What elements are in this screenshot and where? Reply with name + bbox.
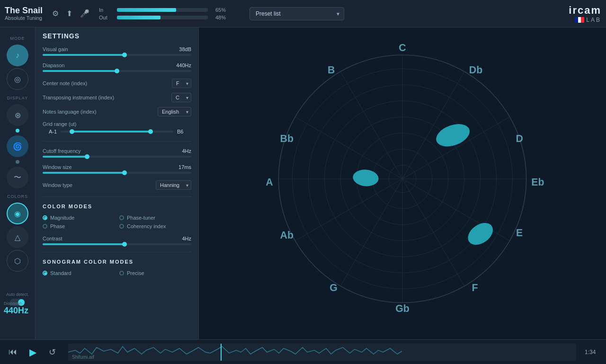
mic-icon-btn[interactable]: 🎤	[80, 9, 89, 18]
contrast-thumb	[122, 242, 127, 247]
export-icon-btn[interactable]: ⬆	[66, 9, 72, 18]
display-wave-btn[interactable]: 〜	[7, 167, 28, 188]
bottom-bar: ⏮ ▶ ↺ // Will be rendered as static SVG …	[0, 339, 606, 364]
radio-standard-label: Standard	[50, 270, 71, 276]
divider-2	[43, 196, 191, 197]
svg-text:F: F	[472, 282, 478, 293]
svg-text:Db: Db	[469, 64, 482, 76]
mode-section-label: MODE	[10, 36, 25, 41]
sonogram-heading: SONOGRAM COLOR MODES	[43, 259, 191, 265]
mode-snail-btn[interactable]: ◎	[7, 68, 28, 90]
window-size-slider[interactable]	[43, 172, 191, 174]
loop-btn[interactable]: ↺	[45, 345, 60, 359]
window-size-label: Window size	[43, 164, 72, 170]
lab-flag	[575, 17, 584, 23]
contrast-slider[interactable]	[43, 243, 191, 245]
app-title-sub: Absolute Tuning	[5, 15, 43, 21]
divider-1	[43, 141, 191, 142]
in-level-fill	[117, 8, 176, 12]
visual-gain-slider[interactable]	[43, 54, 191, 56]
radio-precise-dot	[119, 271, 124, 275]
grid-range-fill	[72, 131, 151, 133]
svg-text:G: G	[330, 282, 338, 293]
contrast-fill	[43, 243, 125, 245]
transposing-select-wrapper[interactable]: C	[171, 93, 191, 102]
ircam-logo: ircam LAB	[569, 4, 601, 23]
diapason-value: 440Hz	[176, 62, 191, 68]
in-level-bg	[117, 8, 208, 12]
waveform-svg: // Will be rendered as static SVG path	[68, 344, 576, 361]
grid-range-thumb-left	[70, 129, 74, 134]
main-area: MODE ♪ ◎ DISPLAY ⊛ 🌀 〜 COLORS ◉ △ ⬡ Auto…	[0, 27, 606, 339]
in-pct: 65%	[211, 7, 226, 13]
transposing-row: Transposing instrument (index) C	[43, 93, 191, 102]
radio-coherency-dot	[119, 224, 124, 229]
radio-standard-dot	[43, 271, 47, 275]
radio-magnitude[interactable]: Magnitude	[43, 215, 115, 221]
cutoff-slider[interactable]	[43, 156, 191, 158]
preset-area: Preset list	[250, 7, 344, 20]
radio-coherency[interactable]: Coherency index	[119, 223, 191, 229]
radio-standard[interactable]: Standard	[43, 270, 115, 276]
mode-music-btn[interactable]: ♪	[7, 44, 28, 66]
tune-icon-btn[interactable]: ⚙	[52, 9, 59, 18]
window-size-row: Window size 17ms	[43, 164, 191, 174]
radio-phase[interactable]: Phase	[43, 223, 115, 229]
radio-phase-tuner-dot	[119, 215, 124, 220]
center-note-select[interactable]: F	[172, 79, 191, 88]
ircam-text: ircam	[569, 4, 601, 17]
contrast-label: Contrast	[43, 236, 62, 241]
svg-text:E: E	[516, 227, 523, 239]
color-modes-heading: COLOR MODES	[43, 204, 191, 209]
in-level-row: 65%	[117, 7, 226, 13]
window-type-row: Window type Hanning	[43, 180, 191, 190]
visual-gain-row: Visual gain 38dB	[43, 46, 191, 56]
cutoff-label: Cutoff frequency	[43, 148, 81, 154]
main-viz: C B Db Bb D A Eb Ab E G F Gb	[199, 27, 606, 339]
window-size-value: 17ms	[178, 164, 191, 170]
diapason-display-value: 440Hz	[4, 306, 28, 316]
colors-section-label: COLORS	[7, 194, 28, 199]
settings-title: SETTINGS	[43, 32, 191, 40]
transposing-select[interactable]: C	[171, 93, 191, 102]
transposing-label: Transposing instrument (index)	[43, 95, 114, 100]
colors-alt-btn[interactable]: △	[7, 226, 28, 248]
center-note-select-wrapper[interactable]: F	[172, 79, 191, 88]
in-label: In	[99, 7, 110, 13]
radio-phase-tuner[interactable]: Phase-tuner	[119, 215, 191, 221]
display-dot-1	[16, 129, 19, 133]
grid-range-slider[interactable]	[61, 131, 173, 133]
window-type-label: Window type	[43, 182, 72, 188]
cutoff-row: Cutoff frequency 4Hz	[43, 148, 191, 158]
cutoff-value: 4Hz	[182, 148, 191, 154]
notes-lang-label: Notes language (index)	[43, 109, 97, 115]
display-spiral-btn[interactable]: 🌀	[7, 135, 28, 157]
preset-select[interactable]: Preset list	[250, 7, 344, 20]
waveform-area[interactable]: // Will be rendered as static SVG path S…	[68, 344, 576, 361]
color-modes-group: Magnitude Phase-tuner Phase Coherency in…	[43, 215, 191, 229]
preset-wrapper[interactable]: Preset list	[250, 7, 344, 20]
notes-lang-select-wrapper[interactable]: English	[158, 107, 191, 116]
window-type-select[interactable]: Hanning	[156, 180, 191, 190]
radio-precise[interactable]: Precise	[119, 270, 191, 276]
filename-label: Shifumi.aif	[72, 355, 94, 360]
time-label: 1:34	[585, 349, 601, 355]
center-note-label: Center note (index)	[43, 80, 87, 86]
rewind-btn[interactable]: ⏮	[5, 345, 21, 359]
colors-palette-btn[interactable]: ◉	[7, 203, 28, 224]
grid-range-slider-row: A-1 B6	[43, 129, 191, 134]
radio-precise-label: Precise	[127, 270, 144, 276]
divider-3	[43, 252, 191, 252]
radio-phase-label: Phase	[50, 223, 65, 229]
svg-text:A: A	[266, 177, 273, 188]
out-level-row: 48%	[117, 15, 226, 20]
notes-lang-select[interactable]: English	[158, 107, 191, 116]
snail-visualization: C B Db Bb D A Eb Ab E G F Gb	[199, 27, 606, 339]
diapason-slider[interactable]	[43, 70, 191, 72]
colors-hex-btn[interactable]: ⬡	[7, 250, 28, 272]
play-btn[interactable]: ▶	[26, 345, 40, 360]
display-knob-btn[interactable]: ⊛	[7, 104, 28, 126]
radio-phase-dot	[43, 224, 47, 229]
window-type-select-wrapper[interactable]: Hanning	[156, 180, 191, 190]
visual-gain-fill	[43, 54, 125, 56]
